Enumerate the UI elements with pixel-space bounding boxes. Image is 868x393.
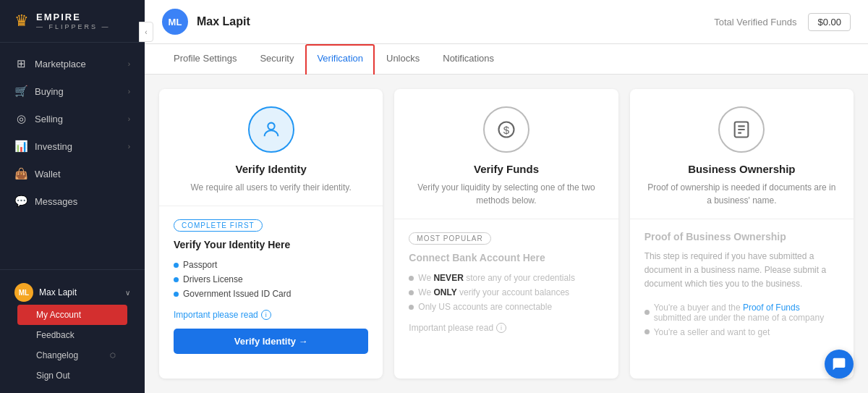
external-link-icon: ⬡ bbox=[110, 352, 116, 359]
important-text: Important please read bbox=[174, 310, 258, 320]
funds-bullet-list: We NEVER store any of your credentials W… bbox=[409, 271, 603, 314]
sidebar-item-label: Wallet bbox=[35, 169, 130, 179]
important-read-link[interactable]: Important please read i bbox=[174, 310, 368, 320]
verify-identity-button[interactable]: Verify Identity → bbox=[174, 329, 368, 354]
funds-section-title: Connect Bank Account Here bbox=[409, 252, 603, 263]
list-item: You're a buyer and the Proof of Funds su… bbox=[644, 300, 839, 325]
chevron-right-icon: › bbox=[128, 88, 130, 96]
business-card-body: Proof of Business Ownership This step is… bbox=[630, 219, 854, 379]
identity-section-title: Verify Your Identity Here bbox=[174, 239, 368, 250]
sidebar-item-marketplace[interactable]: ⊞ Marketplace › bbox=[0, 50, 145, 77]
identity-card-desc: We require all users to verify their ide… bbox=[191, 181, 352, 194]
user-name: Max Lapit bbox=[39, 287, 119, 297]
funds-card-title: Verify Funds bbox=[474, 163, 539, 175]
sidebar-item-buying[interactable]: 🛒 Buying › bbox=[0, 77, 145, 105]
chevron-right-icon: › bbox=[128, 115, 130, 123]
list-item: Drivers License bbox=[174, 272, 368, 287]
info-icon: i bbox=[261, 310, 271, 320]
identity-icon bbox=[248, 106, 294, 153]
main-content: ML Max Lapit Total Verified Funds $0.00 … bbox=[145, 0, 868, 393]
sidebar: ♛ EMPIRE — FLIPPERS — ⊞ Marketplace › 🛒 … bbox=[0, 0, 145, 393]
tab-profile-settings[interactable]: Profile Settings bbox=[162, 44, 248, 75]
tabs: Profile Settings Security Verification U… bbox=[145, 44, 868, 75]
bullet-icon bbox=[174, 263, 179, 268]
list-item: Passport bbox=[174, 258, 368, 272]
identity-card-top: Verify Identity We require all users to … bbox=[159, 89, 383, 206]
sidebar-user: ML Max Lapit ∨ My Account Feedback Chang… bbox=[0, 276, 145, 393]
sidebar-item-changelog[interactable]: Changelog ⬡ bbox=[14, 345, 130, 365]
chevron-down-icon: ∨ bbox=[125, 289, 130, 297]
top-bar-user: ML Max Lapit bbox=[162, 9, 250, 35]
svg-point-0 bbox=[268, 123, 274, 130]
verified-funds-label: Total Verified Funds bbox=[714, 17, 796, 28]
chat-bubble-button[interactable] bbox=[825, 350, 854, 379]
list-item: We ONLY verify your account balances bbox=[409, 285, 603, 300]
marketplace-icon: ⊞ bbox=[14, 57, 27, 70]
sidebar-item-my-account[interactable]: My Account bbox=[17, 305, 127, 325]
tab-notifications[interactable]: Notifications bbox=[431, 44, 506, 75]
sidebar-item-label: Selling bbox=[35, 114, 121, 124]
user-menu-toggle[interactable]: ML Max Lapit ∨ bbox=[14, 283, 130, 302]
sidebar-item-label: Investing bbox=[35, 141, 121, 152]
funds-important-read-link[interactable]: Important please read i bbox=[409, 323, 603, 333]
logo: ♛ EMPIRE — FLIPPERS — bbox=[0, 0, 145, 43]
sidebar-item-wallet[interactable]: 👜 Wallet bbox=[0, 160, 145, 187]
funds-card-top: $ Verify Funds Verify your liquidity by … bbox=[394, 89, 618, 219]
list-item: We NEVER store any of your credentials bbox=[409, 271, 603, 285]
sidebar-item-label: Buying bbox=[35, 86, 121, 97]
top-bar-right: Total Verified Funds $0.00 bbox=[714, 13, 851, 31]
business-card-title: Business Ownership bbox=[688, 163, 795, 175]
avatar: ML bbox=[162, 9, 188, 35]
identity-card: Verify Identity We require all users to … bbox=[159, 89, 383, 379]
messages-icon: 💬 bbox=[14, 195, 27, 208]
crown-icon: ♛ bbox=[14, 12, 29, 30]
sidebar-item-feedback[interactable]: Feedback bbox=[14, 325, 130, 345]
header-user-name: Max Lapit bbox=[197, 15, 250, 28]
sidebar-item-sign-out[interactable]: Sign Out bbox=[14, 365, 130, 386]
business-card-top: Business Ownership Proof of ownership is… bbox=[630, 89, 854, 219]
tab-verification[interactable]: Verification bbox=[305, 44, 375, 75]
sidebar-item-selling[interactable]: ◎ Selling › bbox=[0, 105, 145, 132]
list-item: Only US accounts are connectable bbox=[409, 300, 603, 314]
bullet-icon bbox=[409, 276, 414, 281]
chevron-right-icon: › bbox=[128, 143, 130, 151]
top-bar: ML Max Lapit Total Verified Funds $0.00 bbox=[145, 0, 868, 44]
identity-card-body: COMPLETE FIRST Verify Your Identity Here… bbox=[159, 206, 383, 379]
bullet-icon bbox=[644, 310, 650, 315]
bullet-icon bbox=[174, 277, 179, 282]
tab-unlocks[interactable]: Unlocks bbox=[375, 44, 431, 75]
buying-icon: 🛒 bbox=[14, 85, 27, 98]
sidebar-item-label: Messages bbox=[35, 196, 130, 207]
business-bullet-list: You're a buyer and the Proof of Funds su… bbox=[644, 300, 839, 339]
verified-funds-value: $0.00 bbox=[808, 13, 851, 31]
business-section-title: Proof of Business Ownership bbox=[644, 231, 839, 242]
important-text: Important please read bbox=[409, 323, 493, 333]
tab-security[interactable]: Security bbox=[248, 44, 305, 75]
bullet-icon bbox=[644, 329, 650, 334]
sidebar-item-messages[interactable]: 💬 Messages bbox=[0, 187, 145, 215]
bullet-icon bbox=[409, 290, 414, 295]
divider bbox=[0, 269, 145, 270]
sidebar-item-investing[interactable]: 📊 Investing › bbox=[0, 132, 145, 160]
cards-area: Verify Identity We require all users to … bbox=[145, 75, 868, 393]
main-nav: ⊞ Marketplace › 🛒 Buying › ◎ Selling › 📊… bbox=[0, 43, 145, 263]
sidebar-collapse-button[interactable]: ‹ bbox=[139, 22, 153, 42]
logo-sub: — FLIPPERS — bbox=[36, 23, 111, 30]
business-card: Business Ownership Proof of ownership is… bbox=[630, 89, 854, 379]
business-icon bbox=[718, 106, 765, 153]
bullet-icon bbox=[174, 292, 179, 297]
bullet-icon bbox=[409, 305, 414, 310]
info-icon: i bbox=[496, 323, 506, 333]
svg-text:$: $ bbox=[503, 124, 510, 136]
complete-first-badge: COMPLETE FIRST bbox=[174, 219, 263, 232]
business-body-text: This step is required if you have submit… bbox=[644, 250, 839, 292]
list-item: Government Issued ID Card bbox=[174, 287, 368, 301]
sidebar-item-label: Marketplace bbox=[35, 59, 121, 69]
business-card-desc: Proof of ownership is needed if document… bbox=[644, 181, 839, 207]
changelog-label: Changelog bbox=[36, 350, 78, 360]
identity-bullet-list: Passport Drivers License Government Issu… bbox=[174, 258, 368, 301]
funds-card-body: MOST POPULAR Connect Bank Account Here W… bbox=[394, 219, 618, 379]
list-item: You're a seller and want to get bbox=[644, 325, 839, 339]
investing-icon: 📊 bbox=[14, 140, 27, 153]
wallet-icon: 👜 bbox=[14, 167, 27, 180]
